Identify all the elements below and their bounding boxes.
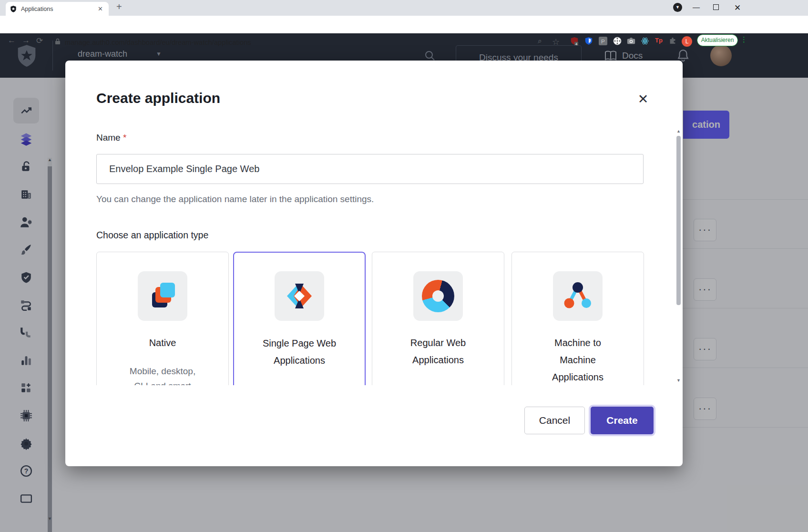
- padlock-icon: [55, 38, 61, 45]
- p-extension-icon[interactable]: P: [599, 37, 607, 45]
- card-description: A JavaScript: [234, 381, 365, 385]
- auth0-favicon-icon: [10, 5, 17, 13]
- close-icon[interactable]: ✕: [634, 90, 653, 109]
- modal-scroll-down-icon[interactable]: ▼: [676, 378, 681, 383]
- tab-title: Applications: [21, 6, 96, 12]
- update-button[interactable]: Aktualisieren: [697, 34, 738, 46]
- svg-text:4: 4: [575, 42, 577, 45]
- application-name-input[interactable]: [96, 154, 644, 184]
- cancel-button[interactable]: Cancel: [524, 407, 585, 434]
- bitwarden-icon[interactable]: [584, 37, 593, 45]
- bookmark-star-icon[interactable]: ☆: [552, 37, 560, 47]
- application-type-cards: Native Mobile, desktop, CLI and smart Si…: [95, 251, 649, 385]
- maximize-button[interactable]: [713, 4, 719, 10]
- native-icon-tile: [138, 271, 187, 321]
- choose-type-label: Choose an application type: [96, 230, 208, 241]
- url-text[interactable]: manage.auth0.com/dashboard/eu/dream-watc…: [65, 39, 251, 46]
- tampermonkey-icon[interactable]: Tp: [655, 37, 664, 45]
- modal-title: Create application: [96, 90, 220, 106]
- card-single-page-web[interactable]: Single Page Web Applications A JavaScrip…: [233, 252, 366, 385]
- browser-tab-bar: Applications ✕ + ▼ — ✕: [0, 0, 808, 16]
- puzzle-extensions-icon[interactable]: [668, 37, 677, 45]
- required-asterisk: *: [123, 133, 126, 143]
- svg-text:P: P: [601, 38, 605, 44]
- browser-tab[interactable]: Applications ✕: [6, 2, 109, 16]
- spa-icon-tile: [275, 271, 324, 321]
- create-application-modal: Create application ✕ Name * You can chan…: [65, 61, 683, 466]
- react-devtools-icon[interactable]: [641, 37, 649, 45]
- minimize-button[interactable]: —: [693, 3, 700, 11]
- zoom-icon[interactable]: ⌕: [538, 37, 542, 45]
- name-helper-text: You can change the application name late…: [96, 194, 374, 205]
- browser-menu-icon[interactable]: ⋮: [740, 35, 747, 44]
- back-icon[interactable]: ←: [8, 36, 16, 45]
- card-machine-to-machine[interactable]: Machine to Machine Applications: [511, 252, 644, 385]
- new-tab-button[interactable]: +: [116, 1, 122, 12]
- modal-scroll-thumb[interactable]: [676, 136, 681, 305]
- native-stacked-squares-icon: [147, 281, 178, 311]
- browser-profile-avatar[interactable]: L: [682, 36, 692, 47]
- card-description: Traditional web: [372, 381, 504, 385]
- card-title: Regular Web Applications: [372, 334, 504, 368]
- address-bar: ← → ⟳ manage.auth0.com/dashboard/eu/drea…: [0, 16, 808, 33]
- card-title: Native: [97, 334, 228, 351]
- regular-web-icon-tile: [413, 271, 463, 321]
- card-description: Mobile, desktop, CLI and smart: [97, 364, 228, 385]
- reload-icon[interactable]: ⟳: [36, 36, 43, 46]
- modal-scroll-up-icon[interactable]: ▲: [676, 129, 681, 133]
- move-pad-icon[interactable]: [613, 37, 622, 45]
- card-title: Single Page Web Applications: [234, 335, 365, 369]
- create-button[interactable]: Create: [591, 407, 654, 434]
- card-description: [512, 364, 644, 379]
- card-native[interactable]: Native Mobile, desktop, CLI and smart: [96, 252, 229, 385]
- card-regular-web[interactable]: Regular Web Applications Traditional web: [372, 252, 504, 385]
- forward-icon[interactable]: →: [22, 36, 30, 45]
- browser-caret-icon[interactable]: ▼: [673, 3, 682, 12]
- m2m-network-icon: [563, 281, 593, 311]
- regular-web-donut-icon: [422, 280, 454, 312]
- name-label: Name *: [96, 133, 126, 143]
- m2m-icon-tile: [553, 271, 603, 321]
- close-window-button[interactable]: ✕: [734, 3, 741, 13]
- spa-diamonds-icon: [284, 281, 315, 311]
- ublock-icon[interactable]: 4: [570, 37, 579, 45]
- tab-close-icon[interactable]: ✕: [96, 5, 105, 12]
- camera-icon[interactable]: [627, 37, 635, 45]
